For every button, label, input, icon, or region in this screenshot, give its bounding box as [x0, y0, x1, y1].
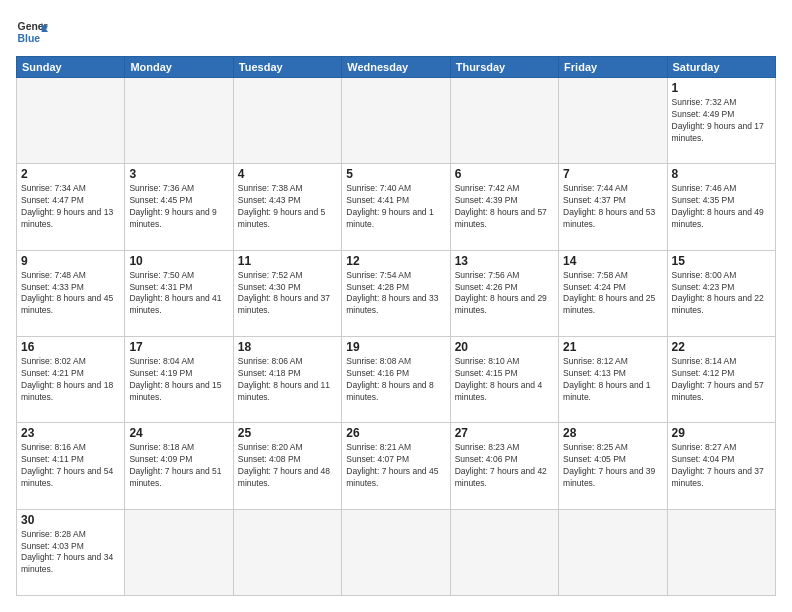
day-number: 30: [21, 513, 120, 527]
general-blue-icon: General Blue: [16, 16, 48, 48]
day-info: Sunrise: 7:36 AM Sunset: 4:45 PM Dayligh…: [129, 183, 228, 231]
day-number: 21: [563, 340, 662, 354]
day-info: Sunrise: 8:25 AM Sunset: 4:05 PM Dayligh…: [563, 442, 662, 490]
calendar-cell: 16Sunrise: 8:02 AM Sunset: 4:21 PM Dayli…: [17, 336, 125, 422]
calendar-cell: 30Sunrise: 8:28 AM Sunset: 4:03 PM Dayli…: [17, 509, 125, 595]
calendar-cell: [125, 509, 233, 595]
day-number: 20: [455, 340, 554, 354]
day-info: Sunrise: 7:58 AM Sunset: 4:24 PM Dayligh…: [563, 270, 662, 318]
day-info: Sunrise: 8:10 AM Sunset: 4:15 PM Dayligh…: [455, 356, 554, 404]
day-number: 27: [455, 426, 554, 440]
day-info: Sunrise: 7:34 AM Sunset: 4:47 PM Dayligh…: [21, 183, 120, 231]
calendar-cell: 15Sunrise: 8:00 AM Sunset: 4:23 PM Dayli…: [667, 250, 775, 336]
day-number: 6: [455, 167, 554, 181]
day-info: Sunrise: 7:40 AM Sunset: 4:41 PM Dayligh…: [346, 183, 445, 231]
calendar-cell: 25Sunrise: 8:20 AM Sunset: 4:08 PM Dayli…: [233, 423, 341, 509]
weekday-sunday: Sunday: [17, 57, 125, 78]
day-number: 23: [21, 426, 120, 440]
calendar-cell: 4Sunrise: 7:38 AM Sunset: 4:43 PM Daylig…: [233, 164, 341, 250]
day-number: 28: [563, 426, 662, 440]
calendar-row: 1Sunrise: 7:32 AM Sunset: 4:49 PM Daylig…: [17, 78, 776, 164]
calendar-cell: [125, 78, 233, 164]
day-info: Sunrise: 8:18 AM Sunset: 4:09 PM Dayligh…: [129, 442, 228, 490]
day-number: 11: [238, 254, 337, 268]
day-info: Sunrise: 8:23 AM Sunset: 4:06 PM Dayligh…: [455, 442, 554, 490]
day-info: Sunrise: 7:44 AM Sunset: 4:37 PM Dayligh…: [563, 183, 662, 231]
day-number: 26: [346, 426, 445, 440]
day-info: Sunrise: 8:20 AM Sunset: 4:08 PM Dayligh…: [238, 442, 337, 490]
day-info: Sunrise: 7:50 AM Sunset: 4:31 PM Dayligh…: [129, 270, 228, 318]
calendar-cell: 22Sunrise: 8:14 AM Sunset: 4:12 PM Dayli…: [667, 336, 775, 422]
day-info: Sunrise: 7:48 AM Sunset: 4:33 PM Dayligh…: [21, 270, 120, 318]
day-number: 29: [672, 426, 771, 440]
weekday-wednesday: Wednesday: [342, 57, 450, 78]
weekday-saturday: Saturday: [667, 57, 775, 78]
calendar-cell: [559, 78, 667, 164]
weekday-tuesday: Tuesday: [233, 57, 341, 78]
calendar-cell: [342, 509, 450, 595]
weekday-monday: Monday: [125, 57, 233, 78]
calendar-cell: 27Sunrise: 8:23 AM Sunset: 4:06 PM Dayli…: [450, 423, 558, 509]
day-info: Sunrise: 8:16 AM Sunset: 4:11 PM Dayligh…: [21, 442, 120, 490]
day-number: 3: [129, 167, 228, 181]
calendar-cell: [342, 78, 450, 164]
calendar-cell: 14Sunrise: 7:58 AM Sunset: 4:24 PM Dayli…: [559, 250, 667, 336]
day-info: Sunrise: 8:27 AM Sunset: 4:04 PM Dayligh…: [672, 442, 771, 490]
day-info: Sunrise: 7:52 AM Sunset: 4:30 PM Dayligh…: [238, 270, 337, 318]
calendar-cell: 12Sunrise: 7:54 AM Sunset: 4:28 PM Dayli…: [342, 250, 450, 336]
calendar-cell: 6Sunrise: 7:42 AM Sunset: 4:39 PM Daylig…: [450, 164, 558, 250]
calendar-cell: 1Sunrise: 7:32 AM Sunset: 4:49 PM Daylig…: [667, 78, 775, 164]
day-info: Sunrise: 7:46 AM Sunset: 4:35 PM Dayligh…: [672, 183, 771, 231]
day-number: 19: [346, 340, 445, 354]
day-info: Sunrise: 8:12 AM Sunset: 4:13 PM Dayligh…: [563, 356, 662, 404]
calendar-cell: [450, 78, 558, 164]
header: General Blue: [16, 16, 776, 48]
calendar-cell: 29Sunrise: 8:27 AM Sunset: 4:04 PM Dayli…: [667, 423, 775, 509]
day-info: Sunrise: 8:28 AM Sunset: 4:03 PM Dayligh…: [21, 529, 120, 577]
calendar-cell: 7Sunrise: 7:44 AM Sunset: 4:37 PM Daylig…: [559, 164, 667, 250]
calendar-cell: 11Sunrise: 7:52 AM Sunset: 4:30 PM Dayli…: [233, 250, 341, 336]
weekday-header-row: SundayMondayTuesdayWednesdayThursdayFrid…: [17, 57, 776, 78]
calendar-cell: 3Sunrise: 7:36 AM Sunset: 4:45 PM Daylig…: [125, 164, 233, 250]
calendar-row: 9Sunrise: 7:48 AM Sunset: 4:33 PM Daylig…: [17, 250, 776, 336]
day-number: 4: [238, 167, 337, 181]
day-info: Sunrise: 8:04 AM Sunset: 4:19 PM Dayligh…: [129, 356, 228, 404]
calendar-cell: 23Sunrise: 8:16 AM Sunset: 4:11 PM Dayli…: [17, 423, 125, 509]
svg-text:Blue: Blue: [18, 33, 41, 44]
day-number: 17: [129, 340, 228, 354]
calendar-cell: [233, 509, 341, 595]
calendar-row: 2Sunrise: 7:34 AM Sunset: 4:47 PM Daylig…: [17, 164, 776, 250]
calendar-cell: 13Sunrise: 7:56 AM Sunset: 4:26 PM Dayli…: [450, 250, 558, 336]
calendar-cell: 24Sunrise: 8:18 AM Sunset: 4:09 PM Dayli…: [125, 423, 233, 509]
calendar-table: SundayMondayTuesdayWednesdayThursdayFrid…: [16, 56, 776, 596]
day-number: 7: [563, 167, 662, 181]
day-info: Sunrise: 7:32 AM Sunset: 4:49 PM Dayligh…: [672, 97, 771, 145]
calendar-cell: 2Sunrise: 7:34 AM Sunset: 4:47 PM Daylig…: [17, 164, 125, 250]
day-number: 14: [563, 254, 662, 268]
calendar-cell: 10Sunrise: 7:50 AM Sunset: 4:31 PM Dayli…: [125, 250, 233, 336]
calendar-cell: 26Sunrise: 8:21 AM Sunset: 4:07 PM Dayli…: [342, 423, 450, 509]
calendar-cell: 20Sunrise: 8:10 AM Sunset: 4:15 PM Dayli…: [450, 336, 558, 422]
calendar-cell: [667, 509, 775, 595]
calendar-cell: 19Sunrise: 8:08 AM Sunset: 4:16 PM Dayli…: [342, 336, 450, 422]
logo: General Blue: [16, 16, 52, 48]
calendar-cell: [233, 78, 341, 164]
day-number: 8: [672, 167, 771, 181]
day-info: Sunrise: 7:56 AM Sunset: 4:26 PM Dayligh…: [455, 270, 554, 318]
calendar-cell: 21Sunrise: 8:12 AM Sunset: 4:13 PM Dayli…: [559, 336, 667, 422]
calendar-row: 16Sunrise: 8:02 AM Sunset: 4:21 PM Dayli…: [17, 336, 776, 422]
day-info: Sunrise: 8:02 AM Sunset: 4:21 PM Dayligh…: [21, 356, 120, 404]
calendar-row: 23Sunrise: 8:16 AM Sunset: 4:11 PM Dayli…: [17, 423, 776, 509]
day-number: 18: [238, 340, 337, 354]
day-number: 1: [672, 81, 771, 95]
day-number: 13: [455, 254, 554, 268]
day-info: Sunrise: 8:21 AM Sunset: 4:07 PM Dayligh…: [346, 442, 445, 490]
day-number: 2: [21, 167, 120, 181]
day-info: Sunrise: 7:42 AM Sunset: 4:39 PM Dayligh…: [455, 183, 554, 231]
calendar-cell: [17, 78, 125, 164]
calendar-cell: 18Sunrise: 8:06 AM Sunset: 4:18 PM Dayli…: [233, 336, 341, 422]
day-info: Sunrise: 7:54 AM Sunset: 4:28 PM Dayligh…: [346, 270, 445, 318]
calendar-cell: 5Sunrise: 7:40 AM Sunset: 4:41 PM Daylig…: [342, 164, 450, 250]
calendar-cell: [559, 509, 667, 595]
calendar-cell: 9Sunrise: 7:48 AM Sunset: 4:33 PM Daylig…: [17, 250, 125, 336]
